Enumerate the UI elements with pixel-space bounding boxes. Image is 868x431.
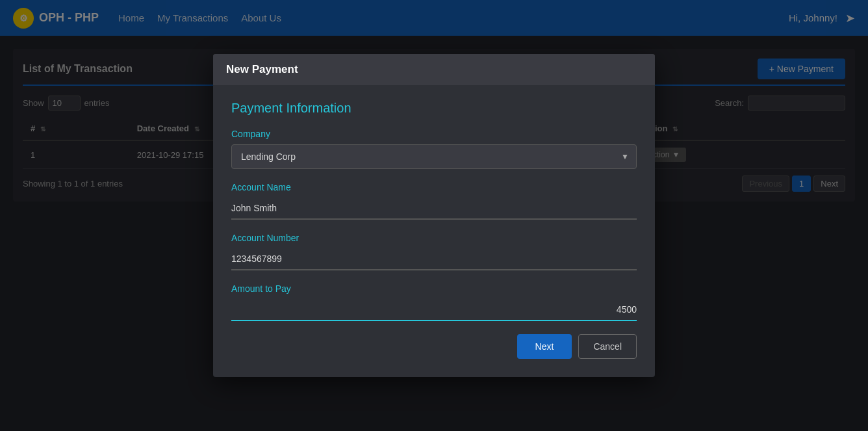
next-button[interactable]: Next [517, 334, 572, 359]
amount-label: Amount to Pay [231, 283, 637, 294]
account-number-label: Account Number [231, 233, 637, 243]
new-payment-modal: New Payment Payment Information Company … [213, 54, 655, 377]
amount-input[interactable] [231, 299, 637, 321]
account-name-input[interactable] [231, 198, 637, 220]
modal-body: Payment Information Company Lending Corp… [213, 85, 655, 377]
modal-header: New Payment [213, 54, 655, 85]
company-select[interactable]: Lending Corp Company B Company C [231, 144, 637, 169]
company-select-wrapper: Lending Corp Company B Company C [231, 144, 637, 169]
payment-info-title: Payment Information [231, 101, 637, 116]
modal-overlay: New Payment Payment Information Company … [0, 0, 868, 431]
account-name-label: Account Name [231, 182, 637, 192]
account-number-input[interactable] [231, 248, 637, 270]
modal-title: New Payment [226, 63, 298, 76]
account-number-group: Account Number [231, 233, 637, 270]
modal-footer: Next Cancel [231, 334, 637, 359]
amount-group: Amount to Pay [231, 283, 637, 321]
company-group: Company Lending Corp Company B Company C [231, 129, 637, 169]
company-label: Company [231, 129, 637, 139]
account-name-group: Account Name [231, 182, 637, 220]
cancel-button[interactable]: Cancel [578, 334, 637, 359]
